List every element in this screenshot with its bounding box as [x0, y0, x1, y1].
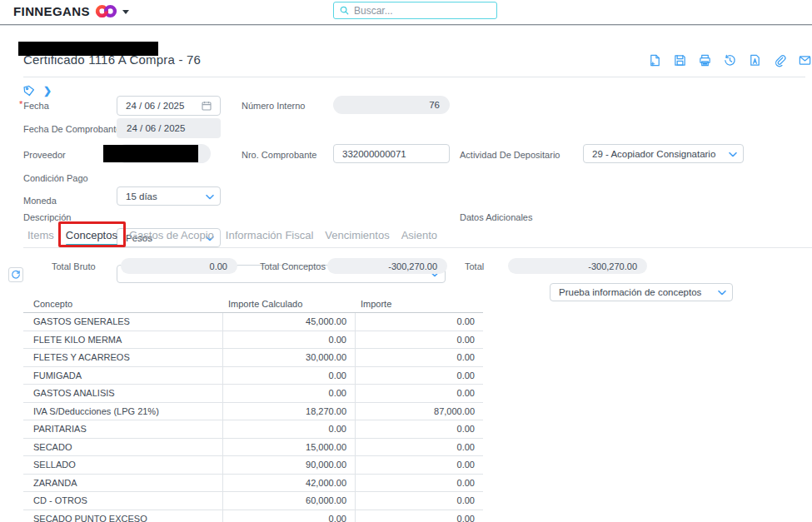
concepto-cell[interactable]: GASTOS GENERALES	[23, 316, 222, 326]
quick-actions-row: ❯	[23, 85, 52, 97]
print-button[interactable]	[698, 53, 712, 67]
table-row[interactable]: FLETE KILO MERMA0.000.00	[23, 331, 483, 350]
actividad-depositario-select[interactable]: 29 - Acopiador Consignatario	[583, 144, 744, 163]
concepto-cell[interactable]: ZARANDA	[23, 478, 222, 488]
document-toolbar	[648, 53, 812, 67]
brand-caret-icon	[122, 10, 129, 14]
table-row[interactable]: SECADO PUNTO EXCESO0.000.00	[23, 510, 483, 522]
importe-cell[interactable]: 0.00	[355, 456, 483, 474]
topbar-divider	[0, 24, 812, 26]
expand-chevron-icon[interactable]: ❯	[43, 85, 52, 97]
global-search[interactable]	[333, 2, 497, 19]
importe-calculado-cell[interactable]: 0.00	[222, 331, 355, 349]
save-button[interactable]	[673, 53, 687, 67]
tab-conceptos[interactable]: Conceptos	[66, 229, 117, 246]
importe-calculado-cell[interactable]: 30,000.00	[222, 349, 355, 366]
redacted-company-bar	[18, 42, 158, 56]
tabs: ItemsConceptosGastos de AcopioInformació…	[27, 229, 437, 246]
table-row[interactable]: CD - OTROS60,000.000.00	[23, 492, 483, 510]
tab-gastos-de-acopio[interactable]: Gastos de Acopio	[129, 229, 214, 246]
tag-icon[interactable]	[23, 85, 35, 97]
calendar-icon[interactable]	[202, 101, 212, 111]
condicion-pago-select[interactable]: 15 días	[117, 186, 221, 206]
importe-calculado-cell[interactable]: 45,000.00	[222, 313, 355, 331]
app-window: FINNEGANS Certificado 1116 A C	[0, 0, 812, 522]
actividad-depositario-label: Actividad De Depositario	[460, 150, 560, 160]
table-row[interactable]: SECADO15,000.000.00	[23, 439, 483, 457]
search-input[interactable]	[354, 5, 479, 17]
importe-cell[interactable]: 0.00	[355, 313, 483, 331]
table-row[interactable]: SELLADO90,000.000.00	[23, 456, 483, 475]
chevron-down-icon	[206, 194, 214, 199]
condicion-pago-label: Condición Pago	[23, 173, 88, 183]
descripcion-label: Descripción	[23, 212, 71, 222]
importe-calculado-cell[interactable]: 60,000.00	[222, 492, 355, 510]
importe-calculado-cell[interactable]: 90,000.00	[222, 456, 355, 474]
importe-cell[interactable]: 0.00	[355, 349, 483, 366]
tab-vencimientos[interactable]: Vencimientos	[325, 229, 389, 246]
concepts-table-body: GASTOS GENERALES45,000.000.00FLETE KILO …	[23, 313, 483, 522]
total-bruto-value: 0.00	[121, 258, 237, 274]
importe-cell[interactable]: 0.00	[355, 475, 483, 492]
proveedor-label: Proveedor	[23, 150, 66, 160]
importe-calculado-cell[interactable]: 0.00	[222, 420, 355, 438]
fecha-input[interactable]: 24 / 06 / 2025	[117, 96, 221, 116]
concepto-cell[interactable]: PARITARIAS	[23, 424, 222, 434]
importe-cell[interactable]: 0.00	[355, 510, 483, 522]
concepts-table: Concepto Importe Calculado Importe GASTO…	[23, 295, 483, 522]
importe-cell[interactable]: 0.00	[355, 385, 483, 402]
fecha-comprobante-label: Fecha De Comprobante	[23, 124, 121, 134]
new-document-button[interactable]	[648, 53, 662, 67]
required-asterisk: *	[19, 99, 22, 109]
attachment-button[interactable]	[773, 53, 787, 67]
tab-items[interactable]: Items	[27, 229, 54, 246]
table-row[interactable]: FLETES Y ACARREOS30,000.000.00	[23, 349, 483, 367]
concepto-cell[interactable]: FLETE KILO MERMA	[23, 335, 222, 345]
table-row[interactable]: FUMIGADA0.000.00	[23, 367, 483, 385]
concepto-cell[interactable]: CD - OTROS	[23, 495, 222, 505]
importe-calculado-cell[interactable]: 0.00	[222, 510, 355, 522]
importe-cell[interactable]: 0.00	[355, 331, 483, 349]
datos-adicionales-select[interactable]: Prueba información de conceptos	[550, 283, 733, 301]
document-a-button[interactable]	[748, 53, 762, 67]
tab-asiento[interactable]: Asiento	[401, 229, 437, 246]
fecha-label: *Fecha	[19, 101, 49, 111]
concepto-cell[interactable]: SELLADO	[23, 460, 222, 470]
importe-calculado-cell[interactable]: 0.00	[222, 385, 355, 402]
refresh-button[interactable]	[8, 267, 23, 282]
table-row[interactable]: GASTOS ANALISIS0.000.00	[23, 385, 483, 403]
tab-informaci-n-fiscal[interactable]: Información Fiscal	[226, 229, 313, 246]
redacted-proveedor-bar	[103, 145, 198, 162]
history-button[interactable]	[723, 53, 737, 67]
concepto-cell[interactable]: FUMIGADA	[23, 370, 222, 380]
topbar: FINNEGANS	[0, 0, 812, 24]
brand-name: FINNEGANS	[13, 4, 90, 18]
brand-menu[interactable]: FINNEGANS	[13, 4, 129, 18]
importe-cell[interactable]: 0.00	[355, 367, 483, 385]
email-button[interactable]	[798, 53, 812, 67]
concepto-cell[interactable]: FLETES Y ACARREOS	[23, 352, 222, 362]
concepto-cell[interactable]: SECADO	[23, 442, 222, 452]
importe-calculado-cell[interactable]: 0.00	[222, 367, 355, 385]
numero-interno-value: 76	[333, 96, 450, 114]
table-row[interactable]: GASTOS GENERALES45,000.000.00	[23, 313, 483, 331]
concepto-cell[interactable]: IVA S/Deducciones (LPG 21%)	[23, 406, 222, 416]
nro-comprobante-input[interactable]: 332000000071	[333, 144, 450, 163]
table-row[interactable]: ZARANDA42,000.000.00	[23, 475, 483, 493]
chevron-down-icon	[729, 152, 737, 157]
tabs-divider	[23, 247, 812, 248]
importe-cell[interactable]: 0.00	[355, 492, 483, 510]
concepto-cell[interactable]: SECADO PUNTO EXCESO	[23, 514, 222, 522]
table-row[interactable]: IVA S/Deducciones (LPG 21%)18,270.0087,0…	[23, 403, 483, 421]
importe-cell[interactable]: 0.00	[355, 439, 483, 456]
concepts-table-header: Concepto Importe Calculado Importe	[23, 295, 483, 313]
importe-calculado-cell[interactable]: 42,000.00	[222, 475, 355, 492]
total-value: -300,270.00	[508, 258, 647, 274]
table-row[interactable]: PARITARIAS0.000.00	[23, 420, 483, 439]
importe-calculado-cell[interactable]: 15,000.00	[222, 439, 355, 456]
importe-cell[interactable]: 87,000.00	[355, 403, 483, 420]
importe-calculado-cell[interactable]: 18,270.00	[222, 403, 355, 420]
total-conceptos-value: -300,270.00	[327, 258, 447, 274]
importe-cell[interactable]: 0.00	[355, 420, 483, 438]
concepto-cell[interactable]: GASTOS ANALISIS	[23, 388, 222, 398]
